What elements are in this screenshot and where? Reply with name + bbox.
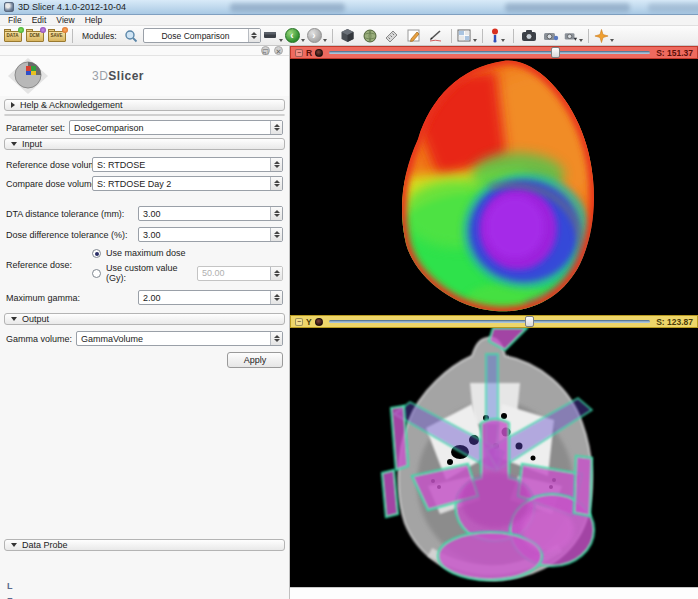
menu-file[interactable]: File <box>3 15 27 25</box>
use-custom-value-option[interactable]: Use custom value (Gy): 50.00 <box>92 263 283 283</box>
modules-label: Modules: <box>82 31 117 41</box>
apply-button[interactable]: Apply <box>227 352 283 368</box>
red-view-label: R <box>306 48 312 58</box>
dta-tolerance-spinbox[interactable]: 3.00 <box>138 206 283 221</box>
visibility-eye-icon[interactable] <box>315 49 323 57</box>
module-selector-stepper[interactable] <box>248 29 260 42</box>
ruler-button[interactable] <box>382 27 402 45</box>
parameter-set-row: Parameter set: DoseComparison <box>6 120 283 135</box>
title-bar[interactable]: 3D Slicer 4.1.0-2012-10-04 <box>0 0 698 15</box>
parameter-set-selector[interactable]: DoseComparison <box>69 120 283 135</box>
fiducial-button[interactable] <box>488 27 508 45</box>
dicom-button[interactable]: DCM <box>25 27 45 45</box>
pen-draw-button[interactable] <box>426 27 446 45</box>
panel-header: ◱ ✕ <box>0 46 289 56</box>
load-data-button[interactable]: DATA <box>3 27 23 45</box>
slider-handle[interactable] <box>525 316 534 327</box>
module-selector-value: Dose Comparison <box>144 31 248 41</box>
input-section[interactable]: Input <box>4 138 285 150</box>
slider-groove <box>329 51 650 54</box>
yellow-slice-slider[interactable] <box>329 316 650 327</box>
expanded-arrow-icon <box>11 317 17 321</box>
red-slice-slider[interactable] <box>329 47 650 58</box>
volume-cube-button[interactable] <box>338 27 358 45</box>
history-icon <box>263 30 278 42</box>
screenshot-button[interactable] <box>519 27 539 45</box>
ruler-icon <box>384 29 399 43</box>
fiducial-marker-icon <box>490 28 500 43</box>
main-area: ◱ ✕ 3DSlicer <box>0 46 698 599</box>
module-search-button[interactable] <box>121 27 141 45</box>
module-panel: ◱ ✕ 3DSlicer <box>0 46 290 599</box>
orientation-f: F <box>7 594 289 599</box>
scene-view-save-button[interactable] <box>541 27 561 45</box>
collapse-icon[interactable]: − <box>295 318 303 326</box>
panel-close-icon[interactable]: ✕ <box>274 46 283 55</box>
logo-row: 3DSlicer <box>0 56 289 96</box>
layout-selector-button[interactable] <box>457 27 477 45</box>
compare-dose-volume-selector[interactable]: S: RTDOSE Day 2 <box>92 176 283 191</box>
gamma-volume-row: Gamma volume: GammaVolume <box>6 331 283 346</box>
yellow-slice-controller: − Y S: 123.87 <box>290 315 698 328</box>
navigate-forward-button[interactable]: › <box>307 27 327 45</box>
reference-dose-mode-label: Reference dose: <box>6 260 88 270</box>
dta-tolerance-label: DTA distance tolerance (mm): <box>6 209 134 219</box>
module-history-button[interactable] <box>263 27 283 45</box>
app-icon <box>4 2 14 12</box>
bottom-strip <box>290 587 698 599</box>
ct-dose-overlay-image <box>290 328 698 587</box>
help-acknowledgement-section[interactable]: Help & Acknowledgement <box>4 99 285 111</box>
pen-icon <box>428 29 443 42</box>
scene-view-camera-icon <box>542 29 559 42</box>
collapse-icon[interactable]: − <box>295 49 303 57</box>
main-toolbar: DATA DCM SAVE Modules: <box>0 26 698 46</box>
crosshair-button[interactable] <box>594 27 614 45</box>
maximum-gamma-label: Maximum gamma: <box>6 293 134 303</box>
collapsed-arrow-icon <box>11 102 15 108</box>
gamma-volume-selector[interactable]: GammaVolume <box>76 331 283 346</box>
expanded-arrow-icon <box>11 543 17 547</box>
red-slice-viewport[interactable] <box>290 59 698 315</box>
window-title: 3D Slicer 4.1.0-2012-10-04 <box>18 2 126 12</box>
menu-view[interactable]: View <box>51 15 79 25</box>
use-maximum-dose-option[interactable]: Use maximum dose <box>92 248 283 258</box>
annotation-edit-button[interactable] <box>404 27 424 45</box>
model-sphere-button[interactable] <box>360 27 380 45</box>
menu-help[interactable]: Help <box>80 15 107 25</box>
dicom-icon: DCM <box>26 28 45 43</box>
navigate-back-button[interactable]: ‹ <box>285 27 305 45</box>
gamma-dose-image <box>290 59 698 315</box>
layout-grid-icon <box>457 29 472 43</box>
slider-handle[interactable] <box>551 47 560 58</box>
forward-arrow-icon: › <box>307 28 322 43</box>
parameter-set-label: Parameter set: <box>6 123 65 133</box>
data-probe-orientation: L F B <box>7 579 289 599</box>
app-window: 3D Slicer 4.1.0-2012-10-04 File Edit Vie… <box>0 0 698 599</box>
scene-view-restore-button[interactable] <box>563 27 583 45</box>
load-data-icon: DATA <box>4 28 23 43</box>
compare-dose-volume-label: Compare dose volume: <box>6 179 88 189</box>
sphere-icon <box>363 29 377 43</box>
reference-dose-volume-selector[interactable]: S: RTDOSE <box>92 157 283 172</box>
slider-groove <box>329 320 650 323</box>
logo-text: 3DSlicer <box>92 69 144 83</box>
data-probe-section[interactable]: Data Probe <box>4 539 285 551</box>
output-section[interactable]: Output <box>4 313 285 325</box>
red-slice-controller: − R S: 151.37 <box>290 46 698 59</box>
crosshair-star-icon <box>594 28 609 44</box>
dose-diff-tolerance-spinbox[interactable]: 3.00 <box>138 227 283 242</box>
menu-bar: File Edit View Help <box>0 15 698 26</box>
panel-popup-icon[interactable]: ◱ <box>261 46 270 55</box>
redacted-text <box>230 3 345 12</box>
maximum-gamma-spinbox[interactable]: 2.00 <box>138 290 283 305</box>
save-button[interactable]: SAVE <box>47 27 67 45</box>
yellow-slice-viewport[interactable] <box>290 328 698 587</box>
visibility-eye-icon[interactable] <box>315 318 323 326</box>
radio-selected-icon <box>92 249 101 258</box>
module-selector[interactable]: Dose Comparison <box>143 28 261 43</box>
redacted-text <box>648 3 698 12</box>
menu-edit[interactable]: Edit <box>27 15 52 25</box>
reference-dose-volume-row: Reference dose volume: S: RTDOSE <box>6 157 283 172</box>
reference-dose-mode-row: Reference dose: Use maximum dose Use cus… <box>6 248 283 283</box>
cube-icon <box>340 28 355 43</box>
